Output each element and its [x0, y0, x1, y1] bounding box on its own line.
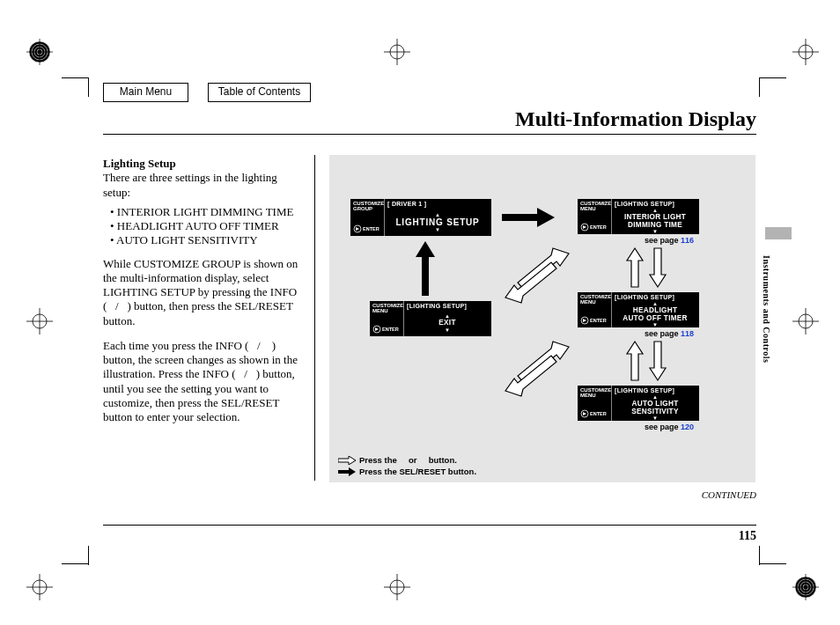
registration-mark-icon: [792, 574, 819, 600]
subhead: Lighting Setup: [103, 157, 176, 170]
registration-cross-icon: [26, 574, 53, 600]
screen-interior-light: CUSTOMIZEMENU ENTER [LIGHTING SETUP] ▲ I…: [578, 199, 699, 234]
main-menu-button[interactable]: Main Menu: [103, 83, 188, 102]
arrow-right-solid-icon: [502, 208, 555, 227]
crop-mark: [760, 77, 786, 78]
arrow-diagonal-outline-icon: [502, 338, 572, 400]
enter-icon: [353, 224, 362, 233]
registration-cross-icon: [792, 308, 819, 335]
paragraph: Each time you press the INFO ( / ) butto…: [103, 339, 307, 425]
arrow-down-outline-icon: [648, 246, 667, 289]
continued-label: CONTINUED: [702, 489, 756, 500]
registration-cross-icon: [384, 39, 410, 65]
page-title: Multi-Information Display: [515, 107, 756, 131]
arrow-up-solid-icon: [416, 241, 435, 296]
table-of-contents-button[interactable]: Table of Contents: [208, 83, 311, 102]
thumb-tab: [765, 227, 792, 239]
intro-text: There are three settings in the lighting…: [103, 171, 277, 198]
crop-mark: [88, 546, 89, 565]
enter-icon: [372, 325, 381, 334]
title-rule: [103, 134, 756, 135]
page: Main Menu Table of Contents Multi-Inform…: [0, 0, 840, 625]
screen-auto-light: CUSTOMIZEMENU ENTER [LIGHTING SETUP] ▲ A…: [578, 386, 699, 421]
crop-mark: [760, 563, 786, 564]
arrow-up-outline-icon: [625, 246, 645, 289]
registration-cross-icon: [792, 39, 819, 65]
list-item: INTERIOR LIGHT DIMMING TIME: [110, 205, 307, 219]
page-number: 115: [103, 525, 756, 543]
registration-cross-icon: [384, 574, 410, 600]
registration-mark-icon: [26, 39, 53, 65]
arrow-down-outline-icon: [648, 340, 667, 382]
see-page-link[interactable]: see page 116: [645, 236, 694, 245]
paragraph: While CUSTOMIZE GROUP is shown on the mu…: [103, 257, 307, 328]
see-page-link[interactable]: see page 120: [645, 423, 694, 431]
section-label: Instruments and Controls: [759, 255, 771, 363]
crop-mark: [62, 563, 88, 564]
enter-icon: [580, 316, 589, 325]
crop-mark: [88, 77, 89, 97]
body-text: Lighting Setup There are three settings …: [103, 157, 307, 424]
see-page-link[interactable]: see page 118: [645, 329, 694, 338]
registration-cross-icon: [26, 308, 53, 335]
legend-text: Press the or button.: [359, 455, 457, 466]
svg-rect-33: [502, 214, 537, 221]
column-rule: [314, 155, 315, 481]
crop-mark: [759, 77, 760, 97]
screen-exit: CUSTOMIZEMENU ENTER [LIGHTING SETUP] ▲ E…: [370, 301, 491, 336]
arrow-right-outline-icon: [338, 456, 356, 465]
flow-diagram: CUSTOMIZEGROUP ENTER [ DRIVER 1 ] ▲ LIGH…: [329, 155, 755, 482]
legend-text: Press the SEL/RESET button.: [359, 467, 476, 477]
list-item: HEADLIGHT AUTO OFF TIMER: [110, 219, 307, 233]
screen-headlight-timer: CUSTOMIZEMENU ENTER [LIGHTING SETUP] ▲ H…: [578, 292, 699, 327]
screen-customize-group: CUSTOMIZEGROUP ENTER [ DRIVER 1 ] ▲ LIGH…: [350, 199, 491, 236]
settings-list: INTERIOR LIGHT DIMMING TIME HEADLIGHT AU…: [103, 205, 307, 248]
enter-icon: [580, 223, 589, 232]
crop-mark: [759, 546, 760, 565]
list-item: AUTO LIGHT SENSITIVITY: [110, 233, 307, 247]
legend: Press the or button. Press the SEL/RESET…: [338, 455, 476, 477]
arrow-up-outline-icon: [625, 340, 645, 382]
arrow-diagonal-outline-icon: [502, 245, 572, 306]
enter-icon: [580, 409, 589, 418]
crop-mark: [62, 77, 88, 78]
arrow-right-solid-icon: [338, 467, 356, 476]
